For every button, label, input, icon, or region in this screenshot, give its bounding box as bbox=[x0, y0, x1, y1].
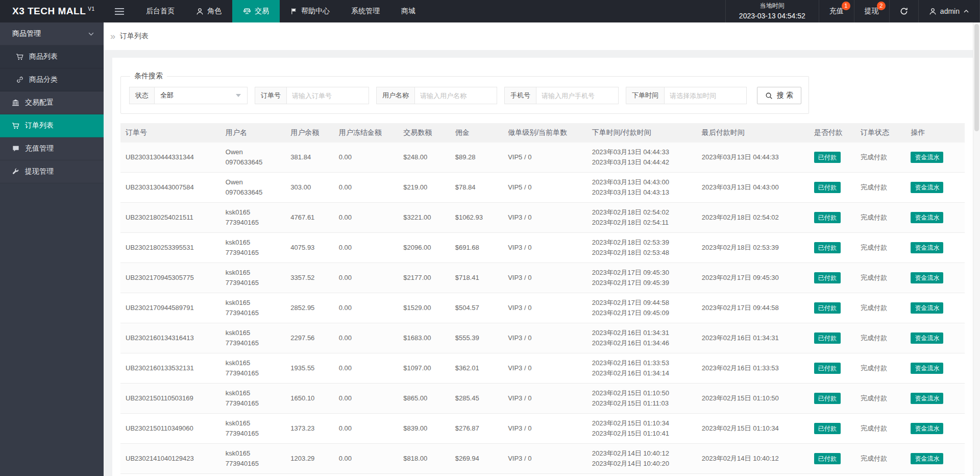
search-button[interactable]: 搜 索 bbox=[757, 87, 801, 104]
recharge-link[interactable]: 充值 1 bbox=[819, 0, 854, 22]
sidebar-item-order-list[interactable]: 订单列表 bbox=[0, 114, 104, 137]
search-conditions-legend: 条件搜索 bbox=[130, 72, 167, 81]
nav-item-dashboard[interactable]: 后台首页 bbox=[135, 0, 185, 22]
balance-cell: 3357.52 bbox=[285, 263, 333, 293]
user-name-line: ksk0165 bbox=[226, 388, 281, 398]
order-no-cell: UB2302170944589791 bbox=[120, 293, 220, 323]
recharge-label: 充值 bbox=[829, 7, 844, 16]
status-select[interactable]: 全部 bbox=[154, 87, 248, 104]
fund-flow-button[interactable]: 资金流水 bbox=[911, 272, 943, 283]
withdraw-link[interactable]: 提现 2 bbox=[854, 0, 890, 22]
vertical-scrollbar[interactable] bbox=[973, 22, 980, 476]
user-name-line: ksk0165 bbox=[226, 207, 281, 218]
paid-badge: 已付款 bbox=[814, 212, 841, 223]
phone-input[interactable] bbox=[536, 87, 619, 104]
user-cell: Owen0970633645 bbox=[220, 142, 286, 173]
user-name-filter-label: 用户名称 bbox=[376, 87, 414, 104]
fund-flow-button[interactable]: 资金流水 bbox=[911, 302, 943, 314]
user-name-input[interactable] bbox=[414, 87, 497, 104]
refresh-icon bbox=[900, 7, 908, 15]
paid-badge: 已付款 bbox=[814, 272, 841, 283]
fund-flow-button[interactable]: 资金流水 bbox=[911, 332, 943, 344]
fund-flow-button[interactable]: 资金流水 bbox=[911, 363, 943, 374]
order-no-input[interactable] bbox=[286, 87, 369, 104]
breadcrumb: » 订单列表 bbox=[104, 22, 973, 50]
search-conditions-fieldset: 条件搜索 状态 全部 订单号 用户名称 bbox=[120, 72, 809, 114]
table-row: UB2302180253395531ksk01657739401654075.9… bbox=[120, 233, 965, 263]
user-account-line: 773940165 bbox=[226, 398, 281, 409]
app-logo: X3 TECH MALL V1 bbox=[0, 0, 104, 22]
scrollbar-thumb[interactable] bbox=[974, 24, 979, 131]
paid-cell: 已付款 bbox=[809, 414, 855, 444]
fund-flow-button[interactable]: 资金流水 bbox=[911, 242, 943, 253]
fund-flow-button[interactable]: 资金流水 bbox=[911, 453, 943, 464]
sidebar-item-goods-manage[interactable]: 商品管理 bbox=[0, 22, 104, 45]
frozen-cell: 0.00 bbox=[334, 173, 399, 203]
commission-cell: $504.57 bbox=[450, 293, 503, 323]
nav-item-trade[interactable]: 交易 bbox=[232, 0, 280, 22]
menu-toggle-button[interactable] bbox=[104, 0, 135, 22]
table-row: UB2302170945305775ksk01657739401653357.5… bbox=[120, 263, 965, 293]
frozen-cell: 0.00 bbox=[334, 444, 399, 474]
filter-row: 状态 全部 订单号 用户名称 手机 bbox=[129, 87, 801, 104]
balance-cell: 1203.29 bbox=[285, 444, 333, 474]
sidebar-item-goods-category[interactable]: 商品分类 bbox=[0, 68, 104, 91]
column-header-6: 做单级别/当前单数 bbox=[503, 123, 587, 142]
refresh-button[interactable] bbox=[890, 0, 919, 22]
nav-item-label: 商城 bbox=[401, 7, 415, 16]
fund-flow-button[interactable]: 资金流水 bbox=[911, 152, 943, 163]
withdraw-label: 提现 bbox=[865, 7, 879, 16]
nav-item-mall[interactable]: 商城 bbox=[390, 0, 426, 22]
sidebar-item-recharge-manage[interactable]: 充值管理 bbox=[0, 137, 104, 160]
fund-flow-button[interactable]: 资金流水 bbox=[911, 182, 943, 193]
user-cell: ksk0165773940165 bbox=[220, 293, 286, 323]
frozen-cell: 0.00 bbox=[334, 414, 399, 444]
fund-flow-button[interactable]: 资金流水 bbox=[911, 212, 943, 223]
commission-cell: $89.28 bbox=[450, 142, 503, 173]
amount-cell: $2177.00 bbox=[398, 263, 450, 293]
amount-cell: $818.00 bbox=[398, 444, 450, 474]
flag-icon bbox=[290, 8, 298, 15]
paid-badge: 已付款 bbox=[814, 182, 841, 193]
frozen-cell: 0.00 bbox=[334, 203, 399, 233]
sidebar-item-trade-config[interactable]: 交易配置 bbox=[0, 91, 104, 114]
page-title: 订单列表 bbox=[120, 32, 149, 41]
user-cell: ksk0165773940165 bbox=[220, 353, 286, 384]
paid-badge: 已付款 bbox=[814, 423, 841, 434]
column-header-0: 订单号 bbox=[120, 123, 220, 142]
pay-time-line: 2023年02月18日 02:54:11 bbox=[592, 218, 692, 228]
amount-cell: $248.00 bbox=[398, 142, 450, 173]
sidebar-item-goods-list[interactable]: 商品列表 bbox=[0, 45, 104, 68]
nav-item-system-manage[interactable]: 系统管理 bbox=[340, 0, 390, 22]
user-name-line: ksk0165 bbox=[226, 298, 281, 308]
order-no-cell: UB2302160133532131 bbox=[120, 353, 220, 384]
frozen-cell: 0.00 bbox=[334, 233, 399, 263]
user-name: admin bbox=[940, 7, 960, 15]
action-cell: 资金流水 bbox=[905, 263, 965, 293]
user-account-line: 0970633645 bbox=[226, 187, 281, 198]
paid-badge: 已付款 bbox=[814, 393, 841, 404]
topbar-right: 当地时间 2023-03-13 04:54:52 充值 1 提现 2 admin bbox=[725, 0, 980, 22]
level-cell: VIP3 / 0 bbox=[503, 323, 587, 353]
order-pay-time-cell: 2023年02月17日 09:44:582023年02月17日 09:45:09 bbox=[587, 293, 697, 323]
user-account-line: 773940165 bbox=[226, 248, 281, 258]
order-no-cell: UB2302180253395531 bbox=[120, 233, 220, 263]
order-pay-time-cell: 2023年03月13日 04:43:002023年03月13日 04:43:13 bbox=[587, 173, 697, 203]
nav-item-role[interactable]: 角色 bbox=[185, 0, 232, 22]
user-menu[interactable]: admin bbox=[919, 0, 980, 22]
action-cell: 资金流水 bbox=[905, 444, 965, 474]
nav-item-help-center[interactable]: 帮助中心 bbox=[280, 0, 340, 22]
level-cell: VIP3 / 0 bbox=[503, 263, 587, 293]
top-header: X3 TECH MALL V1 后台首页角色交易帮助中心系统管理商城 当地时间 … bbox=[0, 0, 980, 22]
order-time-input[interactable] bbox=[664, 87, 747, 104]
sidebar-item-withdraw-manage[interactable]: 提现管理 bbox=[0, 160, 104, 183]
fund-flow-button[interactable]: 资金流水 bbox=[911, 423, 943, 434]
order-no-cell: UB2302160134316413 bbox=[120, 323, 220, 353]
balance-cell: 4075.93 bbox=[285, 233, 333, 263]
order-status-cell: 完成付款 bbox=[855, 203, 905, 233]
last-pay-time-cell: 2023年03月13日 04:44:33 bbox=[697, 142, 809, 173]
pay-time-line: 2023年02月17日 09:45:09 bbox=[592, 308, 692, 318]
fund-flow-button[interactable]: 资金流水 bbox=[911, 393, 943, 404]
recharge-badge: 1 bbox=[842, 2, 850, 10]
table-row: UB2303130443007584Owen0970633645303.000.… bbox=[120, 173, 965, 203]
